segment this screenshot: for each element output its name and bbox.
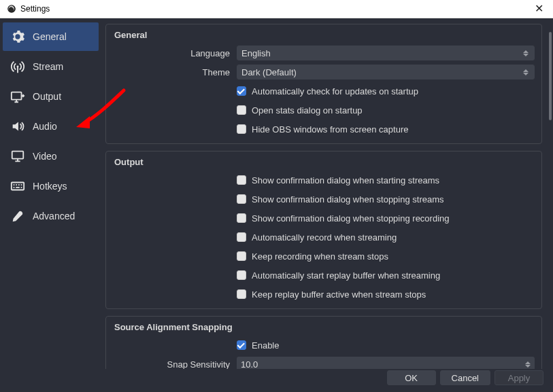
sidebar-item-label: Video (33, 151, 57, 162)
sidebar-item-label: Output (33, 91, 61, 102)
checkbox-snap-enable[interactable]: Enable (237, 340, 279, 351)
checkbox-box (237, 289, 246, 299)
gear-icon (10, 29, 26, 45)
antenna-icon (10, 58, 26, 75)
checkbox-open-stats[interactable]: Open stats dialog on startup (237, 105, 363, 115)
checkbox-box (237, 270, 246, 280)
svg-rect-3 (12, 92, 22, 100)
checkbox-label: Automatically start replay buffer when s… (252, 270, 440, 281)
sidebar-item-label: Audio (33, 121, 57, 132)
language-value: English (241, 48, 271, 58)
keyboard-icon (10, 178, 26, 194)
snap-sensitivity-input[interactable]: 10.0 (237, 357, 535, 369)
sidebar-item-label: Hotkeys (33, 181, 67, 192)
checkbox-label: Automatically record when streaming (252, 232, 397, 243)
snap-sensitivity-value: 10.0 (241, 359, 258, 370)
checkbox-output-5[interactable]: Automatically start replay buffer when s… (237, 270, 440, 281)
settings-content: General Language English (103, 21, 549, 369)
apply-button[interactable]: Apply (495, 370, 543, 385)
checkbox-auto-update[interactable]: Automatically check for updates on start… (237, 86, 418, 96)
tools-icon (10, 208, 26, 224)
sidebar-item-label: Stream (33, 61, 63, 72)
sidebar-item-audio[interactable]: Audio (3, 112, 99, 141)
sidebar-item-video[interactable]: Video (3, 142, 99, 171)
sidebar: General Stream Output Audio (3, 21, 99, 389)
checkbox-box (237, 251, 246, 261)
group-title: Output (114, 157, 535, 167)
checkbox-output-1[interactable]: Show confirmation dialog when stopping s… (237, 194, 444, 204)
checkbox-box (237, 124, 246, 134)
checkbox-box (237, 86, 246, 96)
chevron-updown-icon (520, 65, 531, 79)
sidebar-item-advanced[interactable]: Advanced (3, 202, 99, 230)
language-select[interactable]: English (237, 46, 535, 60)
chevron-updown-icon (520, 46, 531, 60)
checkbox-box (237, 340, 246, 350)
checkbox-box (237, 175, 246, 185)
snap-sensitivity-label: Snap Sensitivity (114, 359, 237, 370)
svg-rect-4 (12, 152, 24, 159)
cancel-button[interactable]: Cancel (440, 370, 490, 385)
theme-label: Theme (114, 67, 237, 77)
settings-window: Settings ✕ General Stream (0, 0, 553, 392)
sidebar-item-label: Advanced (33, 211, 75, 221)
checkbox-output-0[interactable]: Show confirmation dialog when starting s… (237, 175, 439, 185)
sidebar-item-hotkeys[interactable]: Hotkeys (3, 172, 99, 200)
checkbox-box (237, 194, 246, 204)
checkbox-label: Hide OBS windows from screen capture (252, 124, 408, 135)
group-title: General (114, 30, 535, 40)
theme-value: Dark (Default) (241, 67, 297, 77)
svg-rect-5 (12, 183, 24, 190)
titlebar: Settings ✕ (0, 0, 553, 18)
content-column: General Language English (103, 21, 549, 389)
dialog-footer: OK Cancel Apply (103, 369, 549, 389)
group-title: Source Alignment Snapping (114, 322, 535, 332)
sidebar-item-label: General (33, 31, 67, 42)
checkbox-output-6[interactable]: Keep replay buffer active when stream st… (237, 289, 426, 300)
checkbox-box (237, 232, 246, 242)
checkbox-hide-obs[interactable]: Hide OBS windows from screen capture (237, 124, 408, 135)
checkbox-output-4[interactable]: Keep recording when stream stops (237, 251, 388, 262)
checkbox-box (237, 105, 246, 115)
sidebar-item-output[interactable]: Output (3, 82, 99, 111)
checkbox-label: Show confirmation dialog when stopping r… (252, 213, 450, 224)
theme-select[interactable]: Dark (Default) (237, 65, 535, 79)
group-general: General Language English (105, 24, 542, 144)
checkbox-box (237, 213, 246, 223)
checkbox-label: Automatically check for updates on start… (252, 86, 418, 96)
checkbox-label: Enable (252, 340, 279, 351)
window-title: Settings (20, 4, 50, 14)
group-output: Output Show confirmation dialog when sta… (105, 151, 542, 309)
language-label: Language (114, 48, 237, 58)
close-icon[interactable]: ✕ (531, 2, 548, 16)
checkbox-label: Keep replay buffer active when stream st… (252, 289, 426, 300)
sidebar-item-general[interactable]: General (3, 22, 99, 51)
speaker-icon (10, 118, 26, 135)
settings-body: General Stream Output Audio (0, 18, 553, 392)
checkbox-output-2[interactable]: Show confirmation dialog when stopping r… (237, 213, 450, 224)
sidebar-item-stream[interactable]: Stream (3, 52, 99, 81)
checkbox-label: Open stats dialog on startup (252, 105, 363, 115)
checkbox-label: Keep recording when stream stops (252, 251, 388, 262)
monitor-icon (10, 148, 26, 164)
checkbox-label: Show confirmation dialog when starting s… (252, 175, 439, 185)
checkbox-output-3[interactable]: Automatically record when streaming (237, 232, 397, 243)
spinner-icon[interactable] (522, 357, 533, 369)
obs-icon (7, 4, 16, 14)
output-icon (10, 88, 26, 105)
group-snap: Source Alignment Snapping Enable Snap Se… (105, 316, 542, 369)
ok-button[interactable]: OK (387, 370, 436, 385)
checkbox-label: Show confirmation dialog when stopping s… (252, 194, 444, 204)
